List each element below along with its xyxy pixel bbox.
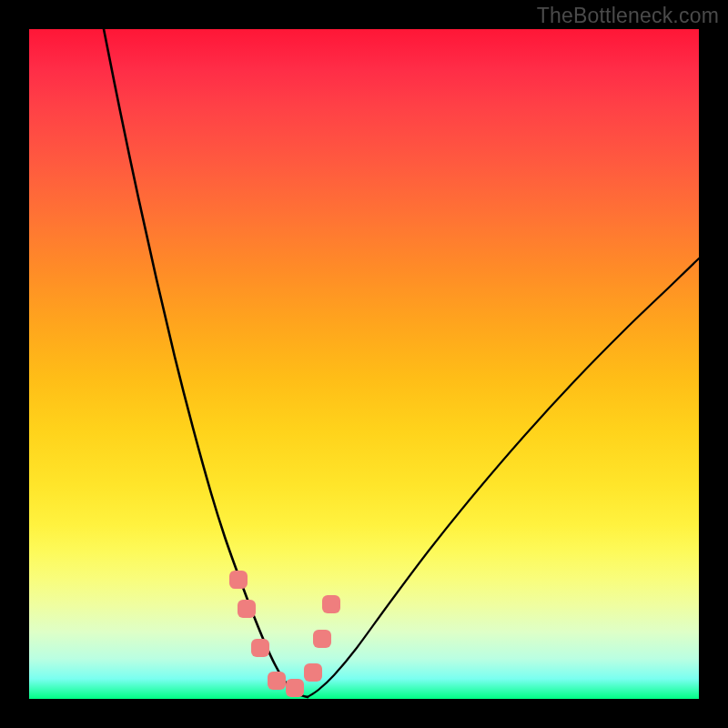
plot-area [29,29,699,699]
outer-frame: TheBottleneck.com [0,0,728,728]
curve-layer [29,29,699,699]
zone-marker [313,630,331,648]
curve-left-path [104,29,308,697]
zone-marker [268,672,286,690]
zone-marker [229,571,248,589]
zone-marker [238,600,256,618]
curve-right-path [308,258,699,697]
watermark-text: TheBottleneck.com [537,4,719,28]
zone-marker [304,663,322,682]
zone-marker [322,595,340,613]
zone-marker [251,639,269,657]
zone-markers-group [229,571,340,697]
zone-marker [286,679,304,697]
